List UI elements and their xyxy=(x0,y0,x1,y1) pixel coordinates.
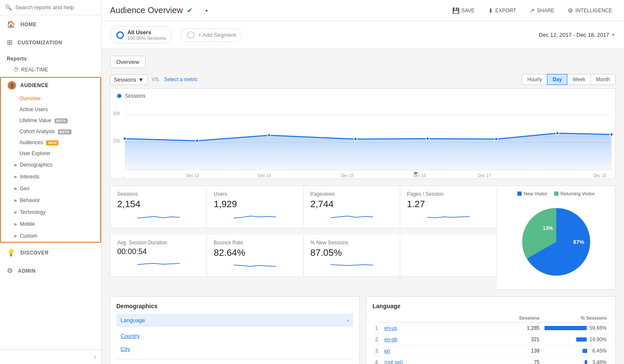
lang-cell[interactable]: en-us xyxy=(382,323,459,334)
rank-cell: 4. xyxy=(373,357,382,364)
lang-cell[interactable]: en-gb xyxy=(382,334,459,345)
share-button[interactable]: ↗ SHARE xyxy=(526,5,558,16)
save-icon: 💾 xyxy=(452,7,459,14)
sidebar-item-interests[interactable]: ▶ Interests xyxy=(1,171,100,183)
svg-point-12 xyxy=(610,133,613,136)
rank-cell: 2. xyxy=(373,334,382,345)
export-icon: ⬇ xyxy=(488,7,493,14)
date-range-picker[interactable]: Dec 12, 2017 - Dec 18, 2017 ▼ xyxy=(539,32,616,38)
language-chevron: › xyxy=(347,317,349,323)
chart-svg: 500 250 xyxy=(110,102,615,178)
admin-icon: ⚙ xyxy=(7,267,13,275)
svg-text:...: ... xyxy=(121,173,125,178)
time-btn-week[interactable]: Week xyxy=(567,74,591,85)
sidebar-item-demographics[interactable]: ▶ Demographics xyxy=(1,159,100,171)
metric-selector: Sessions ▼ VS. Select a metric xyxy=(110,74,198,85)
sessions-cell: 139 xyxy=(459,345,542,357)
select-metric-link[interactable]: Select a metric xyxy=(164,77,198,82)
add-segment-button[interactable]: + Add Segment xyxy=(181,28,242,42)
stat-avg-session: Avg. Session Duration 00:00:54 xyxy=(110,235,207,276)
pct-cell: 3.48% xyxy=(542,357,609,364)
sidebar-item-cohort-analysis[interactable]: Cohort Analysis BETA xyxy=(1,126,100,137)
svg-text:Dec 13: Dec 13 xyxy=(186,173,199,178)
bottom-section: Demographics Language › Country City Sys… xyxy=(110,296,616,364)
lang-col-language xyxy=(382,314,459,323)
segment-info: All Users 100.00% Sessions xyxy=(127,29,166,41)
time-btn-month[interactable]: Month xyxy=(591,74,616,85)
discover-icon: 💡 xyxy=(7,249,16,257)
pie-chart-panel: New Visitor Returning Visitor 87% xyxy=(497,186,616,290)
sidebar-item-home[interactable]: 🏠 HOME xyxy=(0,15,101,33)
lang-cell[interactable]: (not set) xyxy=(382,357,459,364)
lang-cell[interactable]: en xyxy=(382,345,459,357)
sessions-cell: 321 xyxy=(459,334,542,345)
divider xyxy=(116,359,353,359)
stat-empty xyxy=(400,235,497,276)
metric-dropdown[interactable]: Sessions ▼ xyxy=(110,74,148,85)
sidebar-item-overview[interactable]: Overview xyxy=(1,93,100,104)
export-button[interactable]: ⬇ EXPORT xyxy=(485,5,520,16)
sidebar-item-user-explorer[interactable]: User Explorer xyxy=(1,148,100,159)
svg-text:Dec 15: Dec 15 xyxy=(341,173,354,178)
sidebar-item-lifetime-value[interactable]: Lifetime Value BETA xyxy=(1,115,100,126)
pct-cell: 14.90% xyxy=(542,334,609,345)
sidebar-item-active-users[interactable]: Active Users xyxy=(1,104,100,115)
segment-left: All Users 100.00% Sessions + Add Segment xyxy=(110,26,242,44)
sidebar-item-mobile[interactable]: ▶ Mobile xyxy=(1,218,100,230)
search-input[interactable] xyxy=(15,4,96,11)
custom-expand-icon: ▶ xyxy=(14,234,17,238)
overview-tab[interactable]: Overview xyxy=(110,56,146,68)
cohort-analysis-beta-badge: BETA xyxy=(58,129,71,134)
save-button[interactable]: 💾 SAVE xyxy=(449,5,478,16)
svg-point-10 xyxy=(495,137,498,141)
behavior-expand-icon: ▶ xyxy=(14,198,17,203)
sidebar-item-geo[interactable]: ▶ Geo xyxy=(1,183,100,194)
sidebar-item-admin[interactable]: ⚙ ADMIN xyxy=(0,262,101,280)
new-visitor-color xyxy=(517,192,522,196)
sidebar-collapse-button[interactable]: ‹ xyxy=(0,350,101,364)
mobile-expand-icon: ▶ xyxy=(14,222,17,226)
sidebar-item-behavior[interactable]: ▶ Behavior xyxy=(1,194,100,206)
sidebar-item-custom[interactable]: ▶ Custom xyxy=(1,230,100,242)
all-users-segment[interactable]: All Users 100.00% Sessions xyxy=(110,26,172,44)
svg-text:Dec 18: Dec 18 xyxy=(594,173,606,178)
city-link[interactable]: City xyxy=(116,342,353,356)
svg-text:250: 250 xyxy=(113,138,120,143)
content-area: Overview Sessions ▼ VS. Select a metric … xyxy=(102,49,624,364)
customization-icon: ⊞ xyxy=(7,38,13,47)
lifetime-value-beta-badge: BETA xyxy=(55,118,68,123)
stats-row-1: Sessions 2,154 Users 1,929 Pageviews 2,7… xyxy=(110,186,497,228)
time-btn-hourly[interactable]: Hourly xyxy=(522,74,547,85)
lang-col-sessions: Sessions xyxy=(459,314,542,323)
language-link[interactable]: Language › xyxy=(116,314,353,327)
sidebar-item-technology[interactable]: ▶ Technology xyxy=(1,206,100,218)
sidebar: 🔍 🏠 HOME ⊞ CUSTOMIZATION Reports ⏱ REAL-… xyxy=(0,0,102,364)
chart-controls: Sessions ▼ VS. Select a metric Hourly Da… xyxy=(110,74,616,85)
svg-point-5 xyxy=(124,137,126,140)
chart-container: Sessions 500 250 xyxy=(110,88,616,179)
language-panel: Language Sessions % Sessions 1. en-us 1,… xyxy=(366,296,616,364)
country-link[interactable]: Country xyxy=(116,329,353,342)
verified-icon: ✔ xyxy=(187,6,192,14)
page-title-area: Audience Overview ✔ ● xyxy=(110,5,208,15)
table-row: 3. en 139 6.45% xyxy=(373,345,610,357)
realtime-icon: ⏱ xyxy=(14,67,19,73)
sidebar-item-realtime[interactable]: ⏱ REAL-TIME xyxy=(0,63,101,76)
date-range-caret: ▼ xyxy=(611,33,616,37)
intelligence-button[interactable]: ⚙ INTELLIGENCE xyxy=(564,5,616,16)
top-bar: Audience Overview ✔ ● 💾 SAVE ⬇ EXPORT ↗ … xyxy=(102,0,624,21)
time-btn-day[interactable]: Day xyxy=(547,74,567,85)
segment-bar: All Users 100.00% Sessions + Add Segment… xyxy=(102,21,624,49)
lang-col-pct: % Sessions xyxy=(542,314,609,323)
sidebar-item-customization[interactable]: ⊞ CUSTOMIZATION xyxy=(0,33,101,52)
sidebar-item-audience[interactable]: 👤 AUDIENCE xyxy=(1,78,100,93)
home-icon: 🏠 xyxy=(7,20,16,28)
audiences-new-badge: NEW xyxy=(46,140,58,145)
pie-svg: 87% 13% xyxy=(514,200,599,284)
metric-dropdown-caret: ▼ xyxy=(138,77,144,83)
pie-legend: New Visitor Returning Visitor xyxy=(517,191,595,196)
chart-legend: Sessions xyxy=(110,93,615,99)
sidebar-item-audiences[interactable]: Audiences NEW xyxy=(1,137,100,148)
sidebar-item-discover[interactable]: 💡 DISCOVER xyxy=(0,244,101,262)
new-visitor-legend: New Visitor xyxy=(517,191,547,196)
